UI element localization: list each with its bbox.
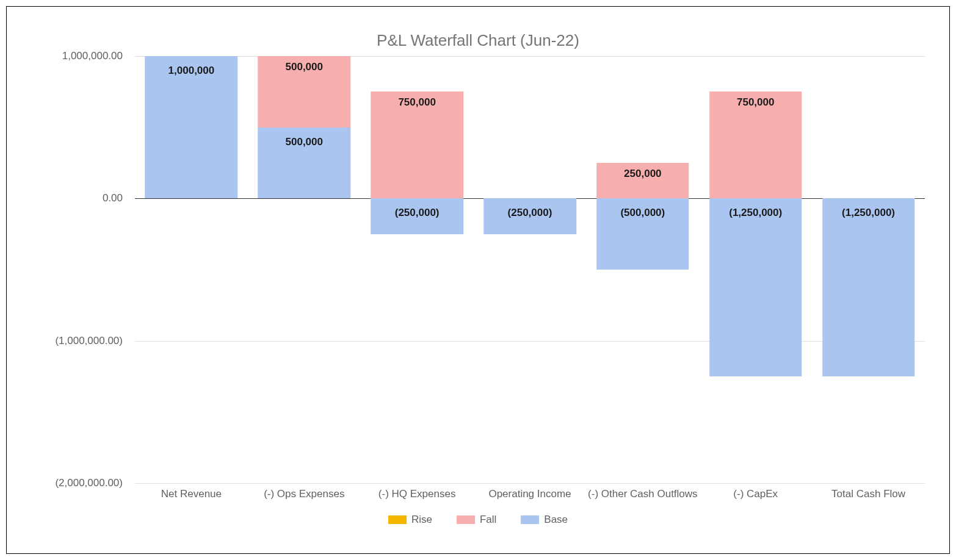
bar-column: (250,000)750,000 — [361, 56, 474, 483]
legend-label: Base — [544, 514, 568, 526]
legend-swatch-icon — [521, 515, 539, 524]
legend: RiseFallBase — [25, 514, 931, 526]
legend-item-base: Base — [521, 514, 568, 526]
bar-column: (1,250,000) — [812, 56, 925, 483]
y-tick-label: (1,000,000.00) — [55, 335, 123, 347]
bar-column: 500,000500,000 — [248, 56, 361, 483]
data-label: 500,000 — [248, 136, 361, 148]
data-label: (250,000) — [474, 207, 587, 219]
bar-segment-base — [709, 198, 802, 376]
legend-swatch-icon — [388, 515, 407, 524]
data-label: 750,000 — [361, 96, 474, 109]
data-label: (1,250,000) — [812, 207, 925, 219]
x-tick-label: (-) CapEx — [699, 488, 812, 500]
legend-label: Rise — [411, 514, 432, 526]
bar-segment-base — [822, 198, 915, 376]
y-tick-label: 1,000,000.00 — [62, 50, 123, 62]
bar-column: (250,000) — [474, 56, 587, 483]
data-label: (250,000) — [361, 207, 474, 219]
data-label: 1,000,000 — [135, 65, 248, 77]
legend-label: Fall — [480, 514, 496, 526]
chart-card: P&L Waterfall Chart (Jun-22) 1,000,000.0… — [6, 6, 950, 554]
x-tick-label: (-) Ops Expenses — [248, 488, 361, 500]
x-tick-label: Net Revenue — [135, 488, 248, 500]
bar-column: (1,250,000)750,000 — [699, 56, 812, 483]
x-tick-label: (-) HQ Expenses — [361, 488, 474, 500]
data-label: 250,000 — [586, 168, 699, 180]
data-label: 500,000 — [248, 61, 361, 73]
y-axis: 1,000,000.000.00(1,000,000.00)(2,000,000… — [25, 56, 129, 483]
legend-item-rise: Rise — [388, 514, 432, 526]
data-label: 750,000 — [699, 96, 812, 109]
data-label: (1,250,000) — [699, 207, 812, 219]
bar-column: (500,000)250,000 — [586, 56, 699, 483]
y-tick-label: 0.00 — [103, 192, 123, 204]
gridline — [135, 483, 925, 484]
y-tick-label: (2,000,000.00) — [55, 477, 123, 489]
x-axis: Net Revenue(-) Ops Expenses(-) HQ Expens… — [135, 488, 925, 506]
chart-title: P&L Waterfall Chart (Jun-22) — [25, 31, 931, 50]
x-tick-label: (-) Other Cash Outflows — [586, 488, 699, 500]
x-tick-label: Operating Income — [474, 488, 587, 500]
x-tick-label: Total Cash Flow — [812, 488, 925, 500]
bar-segment-base — [145, 56, 238, 198]
plot-area-wrapper: 1,000,000.000.00(1,000,000.00)(2,000,000… — [25, 56, 931, 483]
data-label: (500,000) — [586, 207, 699, 219]
bar-column: 1,000,000 — [135, 56, 248, 483]
plot-area: 1,000,000500,000500,000(250,000)750,000(… — [135, 56, 925, 483]
legend-item-fall: Fall — [457, 514, 496, 526]
legend-swatch-icon — [457, 515, 475, 524]
